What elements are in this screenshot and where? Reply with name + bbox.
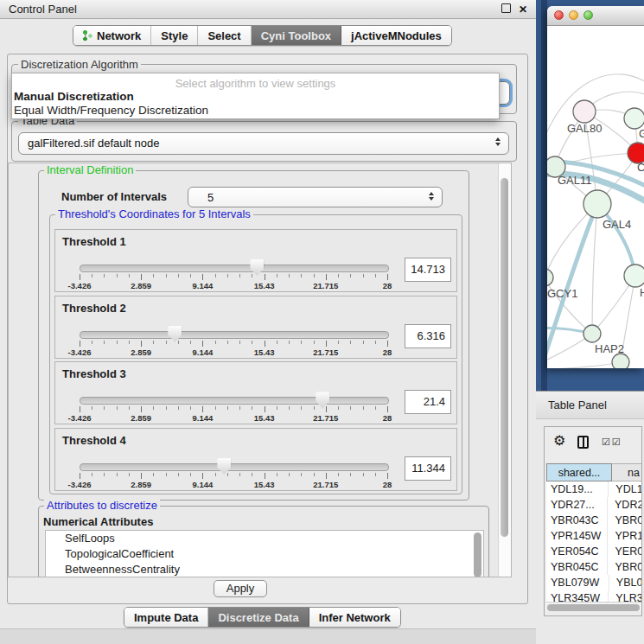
close-traffic-light-icon[interactable] xyxy=(554,10,564,20)
table-column-header-shared[interactable]: shared... xyxy=(546,463,612,481)
table-row[interactable]: YPR145WYPR1 xyxy=(546,528,641,544)
number-of-intervals-spinner[interactable]: 5 xyxy=(188,187,443,207)
tick-mark xyxy=(202,473,203,479)
network-canvas[interactable]: GAL80GACGAL11GAL4GCY1HHAP2 xyxy=(547,26,644,368)
network-node[interactable] xyxy=(573,100,596,123)
tick-mark xyxy=(178,274,179,277)
slider-track[interactable] xyxy=(80,265,389,272)
table-cell-shared-name[interactable]: YDR27... xyxy=(546,497,608,513)
tick-mark xyxy=(166,473,167,476)
network-node[interactable] xyxy=(547,269,553,286)
tab-infer-network[interactable]: Infer Network xyxy=(309,608,400,627)
network-node[interactable] xyxy=(583,190,611,218)
network-node[interactable] xyxy=(583,325,601,342)
attribute-list-item[interactable]: SelfLoops xyxy=(46,531,483,546)
tab-impute-data[interactable]: Impute Data xyxy=(124,608,208,627)
table-column-header-name[interactable]: na xyxy=(612,463,641,481)
apply-button[interactable]: Apply xyxy=(214,580,267,597)
slider-track[interactable] xyxy=(80,331,389,339)
threshold-panel: Threshold 1 -3.4262.8599.14415.4321.7152… xyxy=(54,229,457,292)
table-rows: YDL19...YDL1YDR27...YDR2YBR043CYBR0YPR14… xyxy=(546,481,641,602)
control-panel-window: Control Panel ✕ NetworkStyleSelectCyni T… xyxy=(0,0,536,644)
settings-scrollbar-thumb[interactable] xyxy=(501,178,508,537)
numerical-attributes-list[interactable]: SelfLoopsTopologicalCoefficientBetweenne… xyxy=(45,530,484,577)
tab-network[interactable]: Network xyxy=(73,26,151,45)
table-cell-shared-name[interactable]: YDL19... xyxy=(546,481,609,497)
algorithm-option-equal-width[interactable]: Equal Width/Frequency Discretization xyxy=(12,104,499,118)
tab-jactivemnodules[interactable]: jActiveMNodules xyxy=(341,26,451,45)
table-row[interactable]: YDL19...YDL1 xyxy=(546,481,641,497)
table-cell-name[interactable]: YBL0 xyxy=(609,575,641,590)
table-cell-shared-name[interactable]: YLR345W xyxy=(546,590,609,602)
table-cell-shared-name[interactable]: YER054C xyxy=(546,544,608,559)
threshold-value-field[interactable]: 14.713 xyxy=(405,258,451,282)
attributes-to-discretize-group: Attributes to discretize Numerical Attri… xyxy=(38,506,489,577)
tab-style[interactable]: Style xyxy=(151,26,198,45)
tick-mark xyxy=(117,406,118,410)
threshold-label: Threshold 3 xyxy=(62,367,126,380)
table-row[interactable]: YLR345WYLR3 xyxy=(546,590,641,602)
tick-mark xyxy=(141,274,142,280)
table-cell-name[interactable]: YDL1 xyxy=(609,481,641,497)
tick-mark xyxy=(350,274,351,277)
tick-mark xyxy=(202,406,203,412)
table-cell-shared-name[interactable]: YBR043C xyxy=(546,513,608,528)
tick-mark xyxy=(239,341,240,344)
tick-mark xyxy=(387,406,388,412)
table-row[interactable]: YDR27...YDR2 xyxy=(546,497,641,513)
table-cell-name[interactable]: YBR0 xyxy=(608,559,641,575)
slider-track[interactable] xyxy=(80,397,389,405)
table-cell-name[interactable]: YBR0 xyxy=(608,513,641,528)
tab-discretize-data[interactable]: Discretize Data xyxy=(208,608,309,627)
table-row[interactable]: YBR045CYBR0 xyxy=(546,559,641,575)
table-cell-name[interactable]: YLR3 xyxy=(609,590,641,602)
threshold-value-field[interactable]: 6.316 xyxy=(405,324,451,348)
tab-select[interactable]: Select xyxy=(198,26,251,45)
attribute-list-item[interactable]: TopologicalCoefficient xyxy=(46,546,483,562)
tick-mark xyxy=(215,406,216,410)
zoom-traffic-light-icon[interactable] xyxy=(583,10,593,20)
settings-scrollbar-track[interactable] xyxy=(498,163,511,577)
threshold-label: Threshold 1 xyxy=(62,235,126,248)
columns-icon[interactable] xyxy=(577,436,589,449)
axis-label: 2.859 xyxy=(131,281,151,290)
table-data-combobox[interactable]: galFiltered.sif default node xyxy=(18,132,509,155)
gear-icon[interactable]: ⚙ xyxy=(553,434,565,448)
network-graph[interactable]: GAL80GACGAL11GAL4GCY1HHAP2 xyxy=(547,26,644,368)
close-window-icon[interactable]: ✕ xyxy=(519,4,527,15)
tab-label: Select xyxy=(207,29,240,42)
table-row[interactable]: YER054CYER0 xyxy=(546,544,641,559)
slider-track[interactable] xyxy=(80,463,389,471)
network-node[interactable] xyxy=(624,108,644,129)
table-cell-name[interactable]: YER0 xyxy=(608,544,641,559)
minimize-traffic-light-icon[interactable] xyxy=(569,10,578,20)
axis-label: 28 xyxy=(383,281,392,290)
table-row[interactable]: YBL079WYBL0 xyxy=(546,575,641,590)
checkbox-filter-icons[interactable]: ☑☑ xyxy=(602,437,622,448)
attribute-list-item[interactable]: BetweennessCentrality xyxy=(46,562,483,577)
network-node[interactable] xyxy=(612,354,629,368)
table-row[interactable]: YBR043CYBR0 xyxy=(546,513,641,528)
network-node[interactable] xyxy=(624,265,644,287)
tick-mark xyxy=(252,473,252,476)
float-window-icon[interactable] xyxy=(501,3,511,16)
algorithm-option-manual[interactable]: Manual Discretization xyxy=(12,90,499,104)
tab-cyni-toolbox[interactable]: Cyni Toolbox xyxy=(252,26,341,45)
table-data-combobox-value: galFiltered.sif default node xyxy=(28,137,159,150)
tick-mark xyxy=(104,341,105,344)
tick-mark xyxy=(301,406,302,410)
table-cell-name[interactable]: YDR2 xyxy=(608,497,641,513)
table-hscrollbar-thumb[interactable] xyxy=(547,604,640,611)
numerical-attributes-label: Numerical Attributes xyxy=(43,515,153,528)
table-cell-name[interactable]: YPR1 xyxy=(608,528,641,544)
threshold-value-field[interactable]: 21.4 xyxy=(405,390,451,414)
table-cell-shared-name[interactable]: YPR145W xyxy=(546,528,608,544)
tick-mark xyxy=(166,341,167,344)
tick-mark xyxy=(92,406,92,410)
table-hscrollbar-track[interactable] xyxy=(546,602,641,611)
table-cell-shared-name[interactable]: YBL079W xyxy=(546,575,609,590)
threshold-value-field[interactable]: 11.344 xyxy=(405,456,451,481)
table-cell-shared-name[interactable]: YBR045C xyxy=(546,559,608,575)
list-scrollbar-thumb[interactable] xyxy=(474,532,481,577)
threshold-coordinates-group: Threshold's Coordinates for 5 Intervals … xyxy=(49,214,462,494)
